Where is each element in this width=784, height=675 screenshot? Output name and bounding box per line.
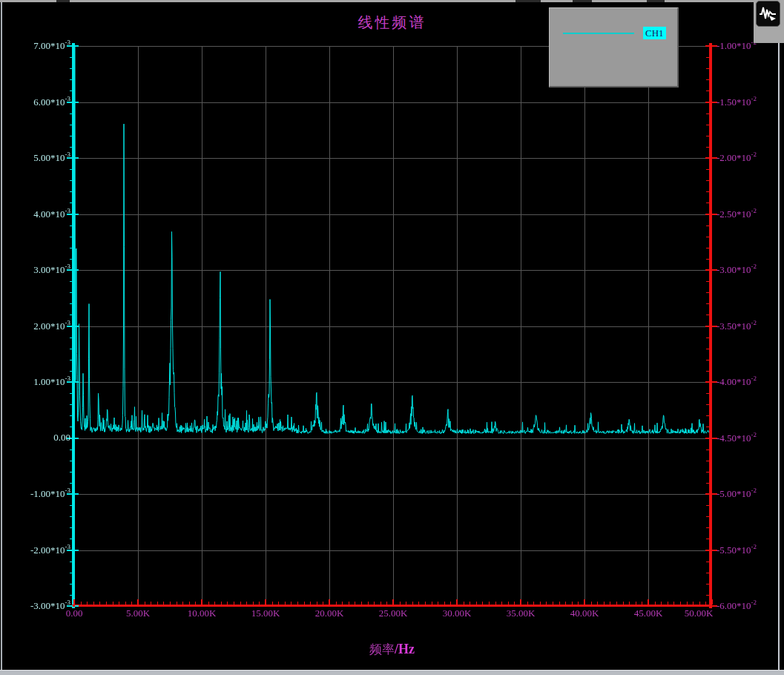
right-axis-tick-label: -3.00*10-2	[717, 263, 757, 275]
left-axis-tick-label: 7.00*10-3	[33, 39, 70, 51]
x-axis-minor-tick	[412, 602, 413, 605]
x-axis-title: 频率/Hz	[0, 641, 784, 658]
x-axis-title-text: 频率	[369, 642, 395, 656]
left-axis-minor-tick	[70, 360, 73, 360]
x-axis-minor-tick	[655, 602, 656, 605]
app-window: 线性频谱 7.00*10-3-1.00*10-26.00*10-3-1.50*1…	[0, 0, 784, 675]
x-axis-minor-tick	[444, 602, 445, 605]
x-axis-minor-tick	[304, 602, 305, 605]
left-axis-minor-tick	[70, 393, 73, 394]
right-axis-minor-tick	[706, 527, 710, 528]
x-axis-minor-tick	[278, 602, 279, 605]
x-axis-minor-tick	[151, 602, 151, 605]
left-axis-minor-tick	[70, 505, 73, 506]
x-axis-minor-tick	[406, 602, 406, 605]
left-axis-minor-tick	[70, 415, 73, 416]
right-axis-minor-tick	[706, 90, 710, 91]
x-axis-minor-tick	[272, 602, 273, 605]
left-axis-tick-label: -2.00*10-3	[30, 543, 70, 556]
x-axis-major-tick	[456, 599, 458, 605]
x-axis-minor-tick	[687, 602, 688, 605]
left-axis-major-tick	[75, 381, 79, 383]
left-axis-major-tick	[75, 214, 79, 215]
x-axis-minor-tick	[616, 602, 617, 605]
x-axis-minor-tick	[336, 602, 337, 605]
left-axis-major-tick	[75, 157, 79, 159]
left-axis-minor-tick	[70, 450, 73, 450]
x-axis-minor-tick	[661, 602, 662, 605]
left-axis-minor-tick	[70, 237, 73, 237]
left-axis-minor-tick	[70, 527, 73, 528]
left-axis-minor-tick	[70, 225, 73, 226]
right-axis-minor-tick	[706, 539, 710, 539]
x-axis-minor-tick	[125, 602, 126, 605]
right-axis-major-tick	[705, 102, 710, 103]
x-axis-minor-tick	[285, 602, 286, 605]
right-axis-minor-tick	[706, 79, 710, 80]
left-axis-minor-tick	[70, 595, 73, 596]
left-axis-major-tick	[75, 438, 79, 439]
legend-channel-badge: CH1	[643, 27, 666, 39]
left-axis-major-tick	[75, 45, 79, 47]
waveform-app-icon[interactable]	[756, 1, 780, 27]
x-axis	[72, 605, 712, 607]
right-axis-minor-tick	[706, 237, 710, 237]
left-axis-minor-tick	[70, 147, 73, 148]
x-axis-tick-label: 10.00K	[188, 608, 217, 619]
x-axis-minor-tick	[546, 602, 547, 605]
x-axis-tick-label: 50.00K	[685, 608, 714, 619]
right-axis-minor-tick	[706, 292, 710, 293]
right-axis-major-tick	[705, 493, 710, 495]
right-axis-tick-label: -1.50*10-2	[717, 95, 757, 108]
x-axis-minor-tick	[113, 602, 113, 605]
x-axis-minor-tick	[470, 602, 470, 605]
right-axis-tick-label: -2.50*10-2	[717, 207, 757, 220]
x-axis-minor-tick	[450, 602, 451, 605]
left-axis-minor-tick	[70, 113, 73, 114]
left-axis-major-tick	[75, 493, 79, 495]
left-axis-tick-label: 6.00*10-3	[33, 95, 70, 108]
left-axis-minor-tick	[70, 248, 73, 248]
x-axis-minor-tick	[432, 602, 432, 605]
x-axis-minor-tick	[349, 602, 349, 605]
right-axis-tick-label: -6.00*10-2	[717, 599, 757, 611]
right-axis-tick-label: -2.00*10-2	[717, 151, 757, 163]
window-left-edge	[1, 0, 2, 675]
right-axis-major-tick	[705, 326, 710, 327]
x-axis-minor-tick	[673, 602, 674, 605]
x-axis-minor-tick	[170, 602, 171, 605]
x-axis-minor-tick	[597, 602, 598, 605]
x-axis-minor-tick	[693, 602, 694, 605]
right-axis-minor-tick	[706, 483, 710, 484]
left-axis-minor-tick	[70, 562, 73, 562]
left-axis-minor-tick	[70, 338, 73, 338]
x-axis-minor-tick	[381, 602, 381, 605]
right-axis-minor-tick	[706, 169, 710, 170]
x-axis-minor-tick	[508, 602, 509, 605]
right-axis-minor-tick	[706, 281, 710, 282]
x-axis-minor-tick	[131, 602, 132, 605]
x-axis-minor-tick	[591, 602, 592, 605]
right-axis-minor-tick	[706, 180, 710, 181]
right-axis-major-tick	[705, 381, 710, 383]
right-axis-minor-tick	[706, 136, 710, 136]
x-axis-minor-tick	[604, 602, 605, 605]
x-axis-minor-tick	[565, 602, 566, 605]
window-corner	[754, 0, 784, 43]
left-axis-minor-tick	[70, 79, 73, 80]
axes-layer: 7.00*10-3-1.00*10-26.00*10-3-1.50*10-25.…	[0, 0, 784, 675]
right-axis-minor-tick	[706, 338, 710, 338]
x-axis-minor-tick	[540, 602, 541, 605]
x-axis-minor-tick	[106, 602, 107, 605]
right-axis-minor-tick	[706, 573, 710, 573]
right-axis-minor-tick	[706, 595, 710, 596]
x-axis-minor-tick	[208, 602, 209, 605]
x-axis-minor-tick	[221, 602, 222, 605]
right-axis-minor-tick	[706, 415, 710, 416]
x-axis-minor-tick	[189, 602, 190, 605]
x-axis-minor-tick	[323, 602, 323, 605]
left-axis-minor-tick	[70, 180, 73, 181]
left-axis-minor-tick	[70, 539, 73, 539]
left-axis-tick-label: 1.00*10-3	[33, 375, 70, 387]
left-axis-minor-tick	[70, 90, 73, 91]
